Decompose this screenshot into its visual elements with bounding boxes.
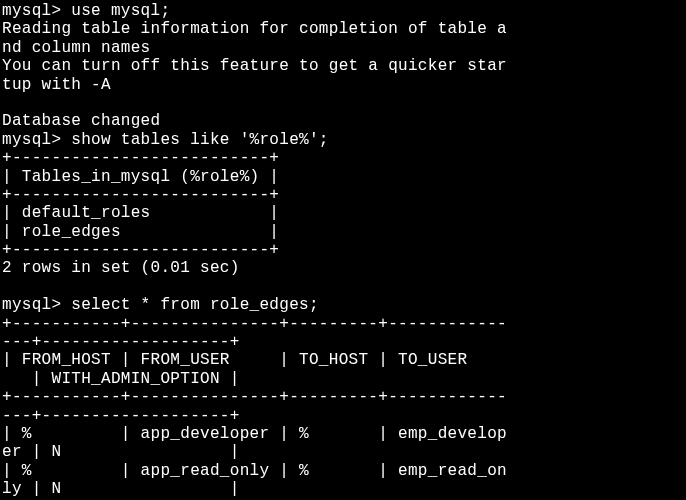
terminal-line: Reading table information for completion… xyxy=(2,20,507,38)
terminal-line: | role_edges | xyxy=(2,223,279,241)
terminal-line: You can turn off this feature to get a q… xyxy=(2,57,507,75)
terminal-line: | WITH_ADMIN_OPTION | xyxy=(2,370,240,388)
terminal-line: | % | app_read_only | % | emp_read_on xyxy=(2,462,507,480)
terminal-line: ly | N | xyxy=(2,480,240,498)
terminal-line: +-----------+---------------+---------+-… xyxy=(2,315,507,333)
terminal-line: | Tables_in_mysql (%role%) | xyxy=(2,168,279,186)
terminal-line: | % | app_developer | % | emp_develop xyxy=(2,425,507,443)
terminal-line: mysql> select * from role_edges; xyxy=(2,296,319,314)
terminal-line: nd column names xyxy=(2,39,151,57)
terminal-line: +-----------+---------------+---------+-… xyxy=(2,388,507,406)
terminal-line: | default_roles | xyxy=(2,204,279,222)
terminal-line: | FROM_HOST | FROM_USER | TO_HOST | TO_U… xyxy=(2,351,467,369)
terminal-output: mysql> use mysql; Reading table informat… xyxy=(0,0,686,500)
terminal-line: +--------------------------+ xyxy=(2,149,279,167)
terminal-line: +--------------------------+ xyxy=(2,241,279,259)
terminal-line: mysql> use mysql; xyxy=(2,2,170,20)
terminal-line: er | N | xyxy=(2,443,240,461)
terminal-line: 2 rows in set (0.01 sec) xyxy=(2,259,240,277)
terminal-line: mysql> show tables like '%role%'; xyxy=(2,131,329,149)
terminal-line: ---+-------------------+ xyxy=(2,407,240,425)
terminal-line: ---+-------------------+ xyxy=(2,333,240,351)
terminal-line: Database changed xyxy=(2,112,160,130)
terminal-line: tup with -A xyxy=(2,76,111,94)
terminal-line: +--------------------------+ xyxy=(2,186,279,204)
